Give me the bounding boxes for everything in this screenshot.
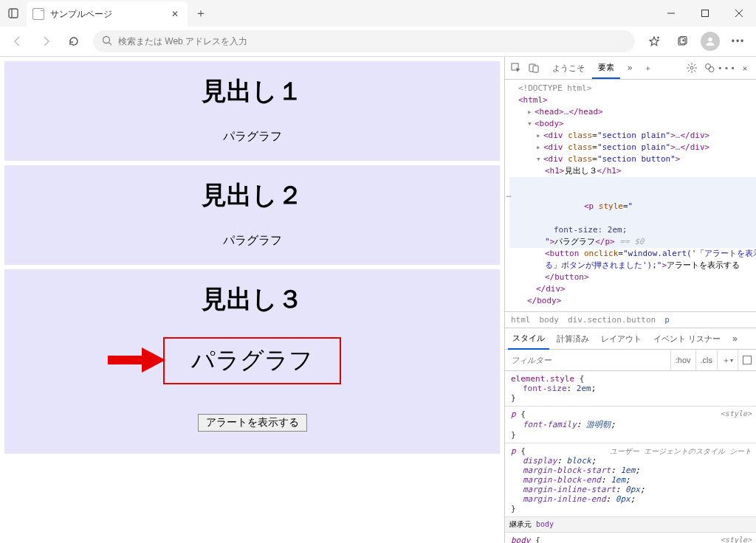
- svg-point-14: [708, 38, 712, 41]
- page-favicon-icon: [32, 8, 44, 20]
- device-toolbar-button[interactable]: [526, 59, 542, 77]
- new-tab-button[interactable]: ＋: [190, 3, 211, 24]
- styles-tab-computed[interactable]: 計算済み: [552, 329, 594, 349]
- svg-marker-16: [142, 347, 165, 373]
- arrow-annotation-icon: [108, 347, 165, 375]
- svg-rect-0: [9, 9, 18, 18]
- box-model-toggle-button[interactable]: [738, 350, 756, 370]
- dom-head[interactable]: <head>…</head>: [535, 107, 603, 117]
- styles-tab-layout[interactable]: レイアウト: [597, 329, 646, 349]
- favorites-button[interactable]: [641, 30, 667, 53]
- dom-body-close[interactable]: </body>: [509, 295, 756, 307]
- devtools-more-tabs-button[interactable]: »: [622, 59, 638, 77]
- nav-back-button[interactable]: [4, 30, 31, 53]
- devtools-close-button[interactable]: ✕: [737, 63, 753, 73]
- search-icon: [102, 35, 112, 48]
- paragraph-2: パラグラフ: [4, 233, 500, 249]
- crumb-html[interactable]: html: [511, 315, 531, 325]
- nav-refresh-button[interactable]: [61, 30, 87, 53]
- devtools-panel: ようこそ 要素 » ＋ ••• ✕ <!DOCTYPE html> <html>…: [504, 57, 756, 543]
- section-1: 見出し１ パラグラフ: [4, 61, 500, 161]
- hov-toggle-button[interactable]: :hov: [670, 350, 695, 370]
- nav-forward-button[interactable]: [32, 30, 59, 53]
- dom-div-3[interactable]: <div class="section button">: [543, 154, 680, 164]
- dom-button[interactable]: <button onclick="window.alert('「アラートを表示す: [509, 248, 756, 260]
- devtools-breadcrumbs[interactable]: html body div.section.button p: [505, 311, 756, 328]
- styles-tab-style[interactable]: スタイル: [508, 328, 549, 350]
- styles-tab-listeners[interactable]: イベント リスナー: [649, 329, 725, 349]
- devtools-feedback-button[interactable]: [701, 59, 718, 77]
- highlighted-paragraph: パラグラフ: [163, 337, 341, 384]
- styles-more-tabs-button[interactable]: »: [728, 329, 742, 348]
- new-style-rule-button[interactable]: ＋▾: [717, 350, 738, 370]
- profile-button[interactable]: [697, 30, 724, 53]
- paragraph-1: パラグラフ: [4, 129, 500, 145]
- styles-filter-input[interactable]: [505, 356, 670, 364]
- rule-body[interactable]: <style> body { background-color: rgb(254…: [505, 533, 756, 543]
- svg-point-29: [706, 64, 711, 69]
- tab-title: サンプルページ: [50, 8, 164, 21]
- dom-p-text[interactable]: ">パラグラフ</p> == $0: [509, 236, 756, 248]
- crumb-div[interactable]: div.section.button: [568, 315, 656, 325]
- dom-p-selected[interactable]: … <p style=": [509, 177, 756, 224]
- cls-toggle-button[interactable]: .cls: [695, 350, 718, 370]
- crumb-body[interactable]: body: [540, 315, 560, 325]
- svg-rect-3: [702, 10, 709, 17]
- alert-button[interactable]: アラートを表示する: [198, 414, 307, 432]
- devtools-settings-button[interactable]: [684, 59, 700, 77]
- rule-p-style[interactable]: <style> p { font-family: 游明朝; }: [505, 407, 756, 443]
- dom-html[interactable]: <html>: [518, 95, 548, 105]
- dom-p-style[interactable]: font-size: 2em;: [509, 224, 756, 236]
- crumb-p[interactable]: p: [664, 315, 670, 325]
- devtools-tab-welcome[interactable]: ようこそ: [546, 58, 591, 78]
- svg-line-25: [688, 64, 690, 66]
- collections-button[interactable]: [669, 30, 695, 53]
- window-close-button[interactable]: [722, 1, 756, 25]
- svg-rect-15: [108, 356, 142, 364]
- svg-line-28: [688, 70, 690, 72]
- svg-line-7: [109, 42, 112, 45]
- devtools-new-tab-button[interactable]: ＋: [639, 59, 656, 77]
- dom-div-3-close[interactable]: </div>: [509, 283, 756, 295]
- devtools-menu-button[interactable]: •••: [719, 59, 735, 77]
- svg-rect-19: [533, 66, 538, 72]
- browser-tab[interactable]: サンプルページ ✕: [27, 1, 188, 27]
- svg-point-20: [690, 66, 693, 69]
- heading-3: 見出し３: [4, 283, 500, 317]
- svg-point-30: [709, 67, 714, 72]
- dom-div-1[interactable]: <div class="section plain">…</div>: [543, 131, 709, 140]
- window-minimize-button[interactable]: [654, 1, 688, 25]
- heading-1: 見出し１: [4, 75, 500, 108]
- svg-line-26: [694, 70, 695, 72]
- dom-doctype: <!DOCTYPE html>: [518, 83, 591, 93]
- tab-actions-button[interactable]: [0, 0, 27, 27]
- address-bar-placeholder: 検索または Web アドレスを入力: [118, 35, 247, 48]
- dom-h1[interactable]: <h1>見出し３</h1>: [545, 166, 622, 176]
- devtools-dom-tree[interactable]: <!DOCTYPE html> <html> ▸<head>…</head> ▾…: [505, 80, 756, 311]
- section-3: 見出し３ パラグラフ アラートを表示する: [4, 269, 500, 454]
- svg-point-6: [103, 36, 110, 43]
- section-2: 見出し２ パラグラフ: [4, 165, 500, 265]
- page-viewport[interactable]: 見出し１ パラグラフ 見出し２ パラグラフ 見出し３ パラグラフ アラートを表示…: [0, 57, 504, 543]
- window-maximize-button[interactable]: [688, 1, 722, 25]
- browser-menu-button[interactable]: •••: [725, 30, 752, 53]
- rule-p-ua[interactable]: ユーザー エージェントのスタイル シート p { display: block;…: [505, 443, 756, 517]
- dom-body[interactable]: <body>: [535, 119, 564, 128]
- dom-div-2[interactable]: <div class="section plain">…</div>: [543, 142, 709, 152]
- tab-close-button[interactable]: ✕: [170, 9, 180, 19]
- inherited-from-header: 継承元 body: [505, 517, 756, 533]
- address-bar[interactable]: 検索または Web アドレスを入力: [93, 30, 635, 52]
- heading-2: 見出し２: [4, 179, 500, 212]
- inspect-element-button[interactable]: [508, 59, 524, 77]
- devtools-tab-elements[interactable]: 要素: [592, 58, 620, 79]
- avatar-icon: [701, 32, 720, 51]
- rule-element-style[interactable]: element.style { font-size: 2em; }: [505, 371, 756, 407]
- svg-line-27: [694, 64, 695, 66]
